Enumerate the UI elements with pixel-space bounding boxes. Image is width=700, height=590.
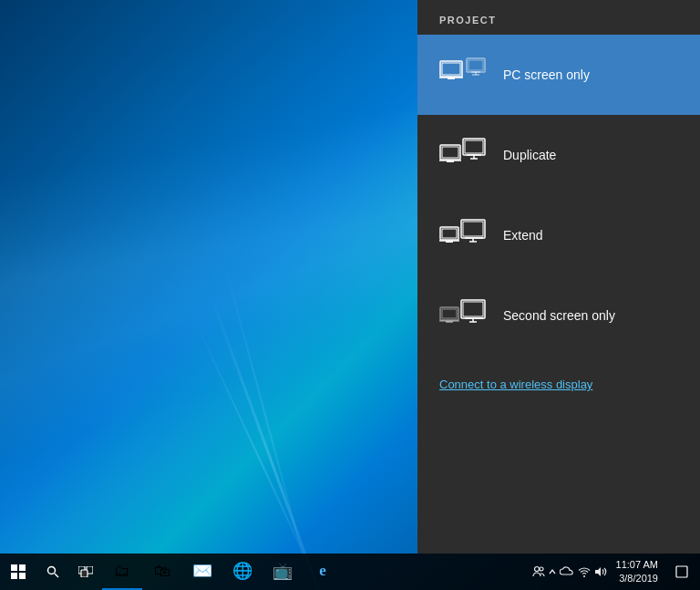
taskbar-app-chrome[interactable]: 🌐 xyxy=(222,554,262,590)
svg-point-45 xyxy=(534,567,539,572)
clock[interactable]: 11:07 AM 3/8/2019 xyxy=(611,558,664,586)
taskbar: 🗂 🛍 ✉️ 🌐 📺 e xyxy=(0,554,700,590)
svg-rect-39 xyxy=(19,573,26,579)
svg-rect-36 xyxy=(11,564,17,571)
taskbar-app-edge[interactable]: e xyxy=(303,554,343,590)
pc-screen-only-label: PC screen only xyxy=(503,67,590,82)
svg-rect-19 xyxy=(442,229,457,238)
taskbar-app-media[interactable]: 📺 xyxy=(262,554,303,590)
svg-rect-23 xyxy=(463,222,483,236)
svg-rect-12 xyxy=(447,160,454,162)
people-icon[interactable] xyxy=(532,565,545,578)
connect-wireless-link[interactable]: Connect to a wireless display xyxy=(417,363,700,405)
svg-rect-37 xyxy=(19,564,26,571)
svg-rect-10 xyxy=(442,147,458,158)
taskbar-app-store[interactable]: 🛍 xyxy=(142,554,182,590)
project-item-pc-screen-only[interactable]: PC screen only xyxy=(417,35,700,115)
svg-rect-1 xyxy=(442,63,460,75)
project-panel: PROJECT PC screen only xyxy=(417,0,700,554)
svg-point-46 xyxy=(540,567,543,571)
clock-date: 3/8/2019 xyxy=(616,572,658,585)
taskbar-app-mail[interactable]: ✉️ xyxy=(182,554,222,590)
svg-point-40 xyxy=(48,567,56,574)
svg-marker-48 xyxy=(595,567,601,576)
duplicate-label: Duplicate xyxy=(503,148,556,162)
svg-rect-3 xyxy=(448,78,455,79)
svg-rect-22 xyxy=(461,220,485,238)
extend-label: Extend xyxy=(503,228,543,243)
svg-rect-38 xyxy=(11,573,17,579)
svg-rect-49 xyxy=(676,566,687,577)
svg-rect-0 xyxy=(440,61,462,77)
svg-rect-28 xyxy=(442,309,457,318)
volume-icon[interactable] xyxy=(594,566,607,577)
svg-rect-21 xyxy=(446,241,453,243)
extend-icon xyxy=(439,218,487,253)
svg-rect-14 xyxy=(465,140,483,153)
svg-rect-13 xyxy=(463,139,485,155)
svg-rect-30 xyxy=(446,321,453,323)
show-hidden-icons-button[interactable] xyxy=(549,568,556,575)
project-item-extend[interactable]: Extend xyxy=(417,195,700,275)
project-item-duplicate[interactable]: Duplicate xyxy=(417,115,700,195)
clock-time: 11:07 AM xyxy=(616,558,658,572)
svg-line-41 xyxy=(55,574,58,577)
wifi-icon[interactable] xyxy=(578,566,591,577)
second-screen-only-icon xyxy=(439,298,487,333)
task-view-button[interactable] xyxy=(69,554,102,590)
svg-point-47 xyxy=(583,575,585,577)
duplicate-icon xyxy=(439,138,487,172)
start-button[interactable] xyxy=(0,554,36,590)
taskbar-app-explorer[interactable]: 🗂 xyxy=(102,554,142,590)
svg-rect-44 xyxy=(81,570,88,577)
pc-screen-only-icon xyxy=(439,57,487,92)
notification-center-button[interactable] xyxy=(667,554,696,590)
onedrive-icon[interactable] xyxy=(560,566,574,577)
svg-rect-31 xyxy=(461,300,485,318)
svg-rect-32 xyxy=(463,302,483,316)
project-item-second-screen-only[interactable]: Second screen only xyxy=(417,275,700,356)
desktop: PROJECT PC screen only xyxy=(0,0,700,590)
second-screen-only-label: Second screen only xyxy=(503,308,615,323)
connect-wireless-anchor[interactable]: Connect to a wireless display xyxy=(439,378,592,391)
project-panel-title: PROJECT xyxy=(417,0,700,35)
system-tray: 11:07 AM 3/8/2019 xyxy=(532,554,700,590)
svg-rect-5 xyxy=(468,60,483,70)
search-button[interactable] xyxy=(36,554,69,590)
